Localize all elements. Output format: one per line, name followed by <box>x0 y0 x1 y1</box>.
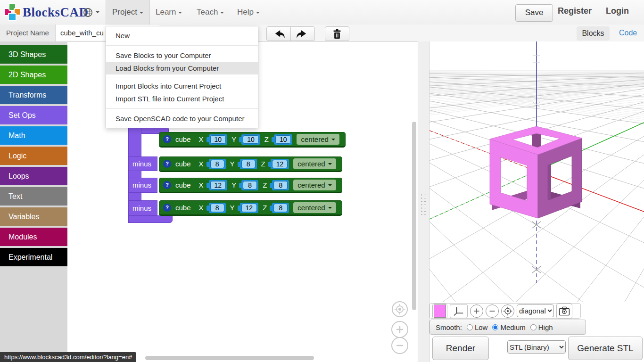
help-icon[interactable]: ? <box>163 160 171 168</box>
z-value-field[interactable]: 10 <box>274 134 293 145</box>
x-value-field[interactable]: 8 <box>209 159 226 169</box>
generate-stl-button[interactable]: Generate STL <box>568 337 643 360</box>
zoom-in-button[interactable] <box>470 304 483 318</box>
trash-button[interactable] <box>325 26 349 41</box>
menu-project[interactable]: Project <box>106 0 150 25</box>
tab-code[interactable]: Code <box>619 29 637 37</box>
z-value-field[interactable]: 8 <box>272 180 289 190</box>
redo-icon <box>296 28 310 40</box>
caret-down-icon <box>178 12 182 16</box>
save-button[interactable]: Save <box>515 4 553 22</box>
centered-dropdown[interactable]: centered <box>293 158 336 169</box>
menu-item-new[interactable]: New <box>106 29 258 42</box>
reset-view-button[interactable] <box>501 304 514 318</box>
workspace-horizontal-scrollbar[interactable] <box>145 356 314 360</box>
register-link[interactable]: Register <box>558 6 592 16</box>
help-icon[interactable]: ? <box>163 204 171 212</box>
category-variables[interactable]: Variables <box>0 207 67 226</box>
menu-item-import-blocks[interactable]: Import Blocks into Current Project <box>106 80 258 92</box>
block-palette: 3D Shapes 2D Shapes Transforms Set Ops M… <box>0 41 67 362</box>
blockscad-logo-icon <box>4 4 20 20</box>
blockscad-app: BlocksCAD Project Learn Teach Help Save … <box>0 0 644 362</box>
cube-block[interactable]: ? cube X 8 Y 12 Z 8 centered <box>159 200 342 216</box>
caret-down-icon <box>328 163 332 167</box>
help-icon[interactable]: ? <box>163 135 171 143</box>
z-value-field[interactable]: 8 <box>272 203 289 213</box>
smooth-low-radio[interactable] <box>467 324 473 330</box>
workspace-vertical-scrollbar[interactable] <box>412 122 416 310</box>
x-value-field[interactable]: 10 <box>209 134 228 145</box>
project-dropdown-menu: New Save Blocks to your Computer Load Bl… <box>106 26 258 128</box>
smooth-medium-radio[interactable] <box>492 324 498 330</box>
model-color-button[interactable] <box>432 304 447 319</box>
minus-slot: minus <box>128 200 157 216</box>
category-2d-shapes[interactable]: 2D Shapes <box>0 66 67 84</box>
menu-item-save-blocks[interactable]: Save Blocks to your Computer <box>106 49 258 62</box>
smooth-high-radio[interactable] <box>530 324 537 330</box>
category-modules[interactable]: Modules <box>0 228 67 246</box>
divider-drag-handle-icon[interactable] <box>420 193 426 215</box>
y-value-field[interactable]: 8 <box>240 159 257 169</box>
menu-help[interactable]: Help <box>237 0 260 25</box>
brand[interactable]: BlocksCAD <box>4 4 89 20</box>
plus-icon <box>396 325 404 334</box>
difference-block-bottom[interactable] <box>128 215 173 223</box>
menu-divider <box>106 108 258 109</box>
render-button[interactable]: Render <box>432 337 489 360</box>
cube-block[interactable]: ? cube X 8 Y 8 Z 12 centered <box>159 156 342 172</box>
category-loops[interactable]: Loops <box>0 167 67 185</box>
cube-block[interactable]: ? cube X 10 Y 10 Z 10 centered <box>159 132 346 148</box>
y-value-field[interactable]: 12 <box>240 203 259 213</box>
tab-blocks[interactable]: Blocks <box>577 26 610 41</box>
workspace-center-button[interactable] <box>392 301 408 317</box>
smooth-low-option[interactable]: Low <box>467 323 488 331</box>
language-menu-button[interactable] <box>83 6 101 18</box>
login-link[interactable]: Login <box>606 6 629 16</box>
menu-item-save-openscad[interactable]: Save OpenSCAD code to your Computer <box>106 112 258 125</box>
viewport-toolbar: diagonal <box>429 303 581 319</box>
menu-divider <box>106 45 258 46</box>
category-transforms[interactable]: Transforms <box>0 86 67 104</box>
centered-dropdown[interactable]: centered <box>297 134 339 145</box>
difference-block-group[interactable]: minus minus minus ? cube X 10 Y 10 Z 10 … <box>128 123 364 227</box>
menu-learn[interactable]: Learn <box>156 0 182 25</box>
export-format-select[interactable]: STL (Binary) <box>507 340 566 354</box>
y-value-field[interactable]: 10 <box>241 134 260 145</box>
rendered-model <box>490 126 582 218</box>
x-value-field[interactable]: 12 <box>209 180 228 190</box>
z-value-field[interactable]: 12 <box>271 159 289 169</box>
y-value-field[interactable]: 8 <box>241 180 258 190</box>
centered-dropdown[interactable]: centered <box>293 180 336 190</box>
caret-down-icon <box>328 184 332 188</box>
redo-button[interactable] <box>290 26 315 41</box>
minus-slot: minus <box>128 156 157 171</box>
caret-down-icon <box>328 207 332 211</box>
menu-item-import-stl[interactable]: Import STL file into Current Project <box>106 92 258 105</box>
smooth-high-option[interactable]: High <box>530 323 553 331</box>
brand-title: BlocksCAD <box>23 5 89 20</box>
menu-item-load-blocks[interactable]: Load Blocks from your Computer <box>106 62 258 74</box>
minus-icon <box>396 341 404 350</box>
x-value-field[interactable]: 8 <box>209 203 226 213</box>
help-icon[interactable]: ? <box>163 181 171 189</box>
category-experimental[interactable]: Experimental <box>0 248 67 266</box>
axes-toggle-button[interactable] <box>450 304 468 318</box>
zoom-out-button[interactable] <box>486 304 499 318</box>
workspace-zoom-out-button[interactable] <box>391 337 408 354</box>
centered-dropdown[interactable]: centered <box>293 202 336 213</box>
cube-block[interactable]: ? cube X 12 Y 8 Z 8 centered <box>159 178 342 193</box>
category-logic[interactable]: Logic <box>0 147 67 165</box>
menu-teach[interactable]: Teach <box>197 0 224 25</box>
category-math[interactable]: Math <box>0 126 67 145</box>
caret-down-icon <box>140 12 143 16</box>
undo-button[interactable] <box>266 26 291 41</box>
trash-icon <box>332 29 342 39</box>
category-3d-shapes[interactable]: 3D Shapes <box>0 45 67 64</box>
category-set-ops[interactable]: Set Ops <box>0 106 67 124</box>
menu-divider <box>106 77 258 77</box>
screenshot-button[interactable] <box>556 304 572 319</box>
smooth-medium-option[interactable]: Medium <box>492 323 525 331</box>
view-mode-select[interactable]: diagonal <box>517 304 554 317</box>
category-text[interactable]: Text <box>0 187 67 206</box>
workspace-zoom-in-button[interactable] <box>391 321 408 338</box>
